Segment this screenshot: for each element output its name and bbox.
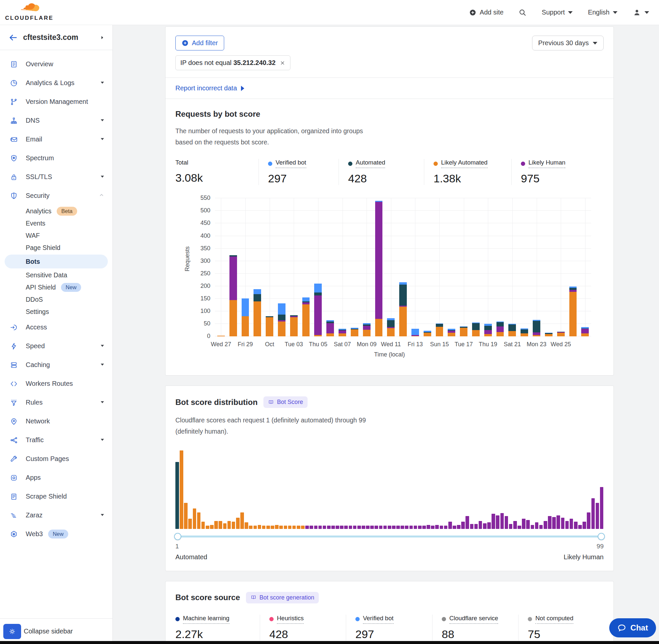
sidebar-subitem-page-shield[interactable]: Page Shield [0,242,112,254]
gridline [512,198,513,336]
sidebar-item-security[interactable]: Security [0,186,112,205]
bar-segment-automated [472,323,480,330]
report-incorrect-data-link[interactable]: Report incorrect data [175,85,244,92]
stat-label[interactable]: Machine learning [175,615,257,624]
book-icon [268,399,274,405]
sidebar-item-version-management[interactable]: Version Management [0,92,112,111]
add-filter-button[interactable]: Add filter [175,36,224,50]
stat-label[interactable]: Likely Automated [433,159,508,168]
sidebar-item-workers-routes[interactable]: Workers Routes [0,374,112,393]
chevron-down-icon[interactable] [100,512,104,519]
chevron-down-icon[interactable] [100,362,104,368]
sidebar-item-access[interactable]: Access [0,318,112,337]
sidebar-item-spectrum[interactable]: Spectrum [0,149,112,167]
stat-label[interactable]: Automated [348,159,421,168]
sidebar-item-scrape-shield[interactable]: Scrape Shield [0,487,112,506]
sidebar-subitem-api-shield[interactable]: API ShieldNew [0,281,112,294]
stat-label[interactable]: Not computed [528,615,573,624]
sidebar-subitem-analytics[interactable]: AnalyticsBeta [0,205,112,217]
close-icon[interactable] [280,60,285,66]
sidebar-subitem-label: Analytics [26,207,51,215]
caching-icon [10,361,18,369]
stat-label[interactable]: Verified bot [355,615,429,624]
slider-handle-max[interactable] [598,533,605,540]
slider-track[interactable] [175,535,604,537]
chevron-down-icon[interactable] [100,400,104,406]
collapse-sidebar-label[interactable]: Collapse sidebar [24,627,73,635]
sidebar-item-traffic[interactable]: Traffic [0,431,112,450]
stat-label[interactable]: Heuristics [269,615,343,624]
legend-dot [528,617,532,621]
sidebar-item-analytics-logs[interactable]: Analytics & Logs [0,73,112,92]
histogram-bar [362,526,365,529]
bot-score-generation-badge[interactable]: Bot score generation [246,592,319,603]
chevron-up-icon[interactable] [99,192,104,200]
chevron-down-icon[interactable] [100,174,104,180]
histogram-bar [175,462,179,529]
sidebar-item-web3[interactable]: Web3New [0,525,112,544]
histogram-bar [565,521,569,529]
stat-label[interactable]: Likely Human [521,159,565,168]
bar-segment-likely-automated [363,330,371,337]
network-icon [10,417,18,426]
sidebar-item-ssl-tls[interactable]: SSL/TLS [0,167,112,186]
account-menu[interactable] [633,8,649,17]
support-menu[interactable]: Support [542,8,573,16]
filter-chip[interactable]: IP does not equal 35.212.240.32 [175,55,290,70]
sidebar-item-label: Analytics & Logs [26,79,74,87]
language-menu[interactable]: English [588,8,617,16]
chevron-down-icon[interactable] [100,137,104,142]
sidebar-item-rules[interactable]: Rules [0,393,112,412]
sidebar-item-dns[interactable]: DNS [0,111,112,130]
legend-dot [442,617,446,621]
sidebar-item-apps[interactable]: Apps [0,468,112,487]
stat-value: 2.27k [175,628,257,641]
sidebar-subitem-settings[interactable]: Settings [0,306,112,318]
sidebar-item-label: Custom Pages [26,455,69,463]
sidebar-item-custom-pages[interactable]: Custom Pages [0,450,112,468]
chevron-down-icon[interactable] [100,80,104,86]
settings-gear-button[interactable] [3,624,21,639]
time-range-dropdown[interactable]: Previous 30 days [532,36,604,50]
chevron-down-icon[interactable] [100,437,104,443]
sidebar-subitem-waf[interactable]: WAF [0,230,112,242]
histogram-bar [526,520,530,529]
distribution-section-title: Bot score distribution [175,398,257,407]
sidebar-item-speed[interactable]: Speed [0,337,112,355]
sidebar-subitem-ddos[interactable]: DDoS [0,294,112,306]
traffic-icon [10,436,18,444]
bot-score-badge[interactable]: Bot Score [263,396,308,408]
sidebar-subitem-label: Page Shield [26,244,60,252]
stat-label[interactable]: Cloudflare service [442,615,515,624]
chart-bar-slot: Wed 11 [385,198,397,336]
add-site-button[interactable]: Add site [469,8,503,16]
sidebar-item-overview[interactable]: Overview [0,55,112,73]
sidebar-subitem-events[interactable]: Events [0,217,112,230]
chevron-down-icon[interactable] [100,343,104,349]
legend-dot [521,162,525,166]
back-arrow-icon[interactable] [8,33,18,42]
histogram-bar [370,526,374,529]
chart-bar-slot [494,198,507,336]
search-button[interactable] [519,8,526,17]
sidebar-item-zaraz[interactable]: Zaraz [0,506,112,525]
x-tick-label: Wed 25 [550,341,571,348]
sidebar-subitem-sensitive-data[interactable]: Sensitive Data [0,269,112,281]
gridline [585,198,586,336]
stat-verified-bot: Verified bot297 [346,615,432,641]
chevron-down-icon[interactable] [100,118,104,124]
sidebar-item-caching[interactable]: Caching [0,355,112,374]
sidebar-item-email[interactable]: Email [0,130,112,149]
sidebar-subitem-bots[interactable]: Bots [5,255,108,269]
requests-bar-chart: Requests 0501001502002503003504004505005… [185,196,594,363]
sidebar-item-label: Apps [26,474,41,481]
stat-label[interactable]: Verified bot [268,159,335,168]
site-switcher-chevron-icon[interactable] [100,35,104,40]
stacked-bar [254,289,261,336]
chart-bar-slot [579,198,591,336]
histogram-bar [409,526,413,529]
top-header: CLOUDFLARE Add site Support English [0,0,659,25]
slider-handle-min[interactable] [174,533,181,540]
sidebar-item-network[interactable]: Network [0,412,112,431]
chat-button[interactable]: Chat [609,618,656,638]
